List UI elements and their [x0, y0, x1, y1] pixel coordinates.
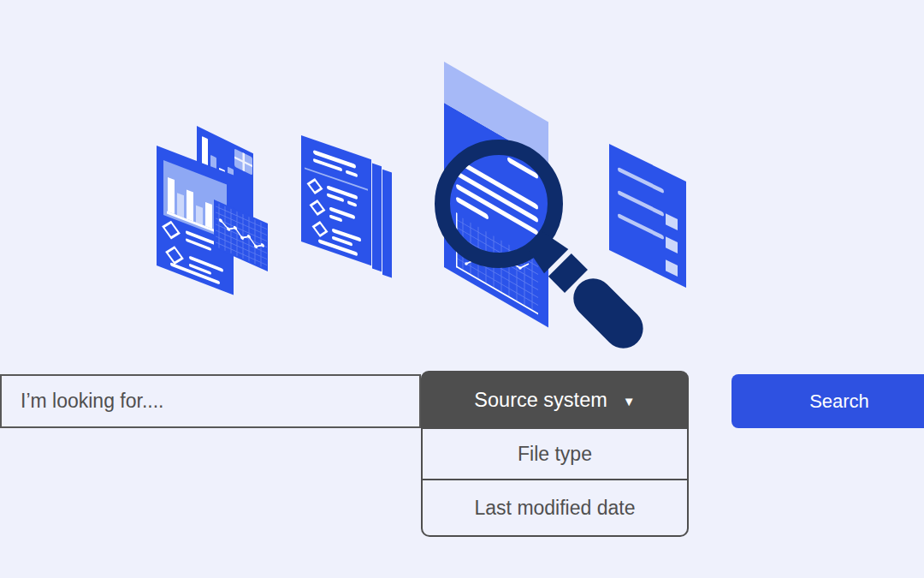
dropdown-option-file-type[interactable]: File type	[423, 429, 687, 480]
chart-documents-icon	[157, 126, 268, 295]
search-input[interactable]	[0, 374, 421, 428]
dropdown-options-list: File type Last modified date	[421, 429, 689, 537]
chevron-down-icon: ▼	[623, 392, 636, 408]
dropdown-option-last-modified-date[interactable]: Last modified date	[423, 480, 687, 535]
search-button[interactable]: Search	[732, 374, 924, 428]
dropdown-selected-label: Source system	[474, 389, 607, 412]
document-stack-icon	[301, 135, 392, 277]
page: { "search_bar": { "input": { "placeholde…	[0, 0, 924, 578]
search-documents-illustration	[0, 0, 924, 368]
list-document-icon	[609, 144, 686, 288]
source-system-dropdown-button[interactable]: Source system ▼	[421, 371, 689, 429]
